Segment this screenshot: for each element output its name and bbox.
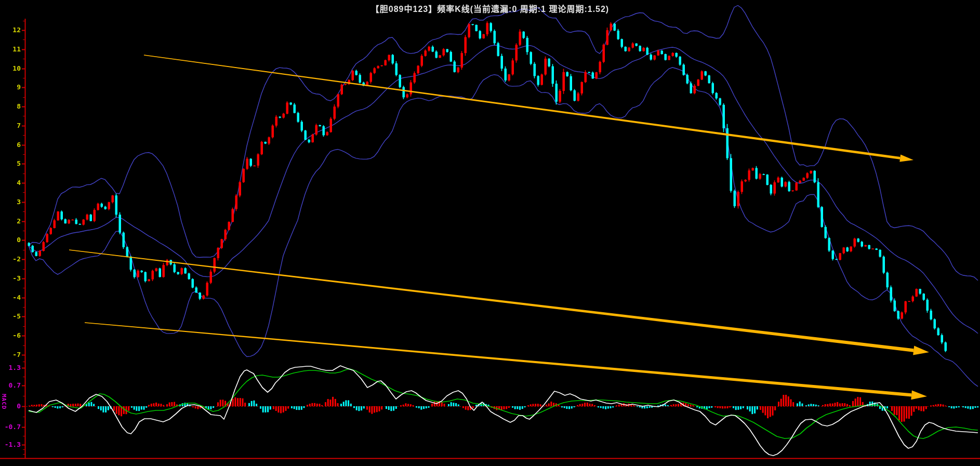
main-y-axis-label: 2 [0, 218, 21, 225]
main-y-axis-label: -5 [0, 313, 21, 320]
main-y-axis-label: 7 [0, 122, 21, 129]
macd-y-axis-label: -0.7 [0, 423, 21, 431]
kline-chart-window: 【胆089中123】频率K线(当前遗漏:0 周期:1 理论周期:1.52) 12… [0, 0, 980, 466]
main-y-axis-label: -2 [0, 256, 21, 263]
main-y-axis-label: 8 [0, 103, 21, 110]
main-y-axis-label: -4 [0, 294, 21, 301]
main-y-axis-label: 0 [0, 236, 21, 244]
main-y-axis-label: 6 [0, 141, 21, 149]
main-y-axis-label: 10 [0, 65, 21, 72]
main-y-axis-label: 12 [0, 26, 21, 34]
main-y-axis-label: 9 [0, 84, 21, 91]
title-bar: 【胆089中123】频率K线(当前遗漏:0 周期:1 理论周期:1.52) [0, 0, 980, 14]
chart-title: 【胆089中123】频率K线(当前遗漏:0 周期:1 理论周期:1.52) [371, 2, 609, 15]
main-y-axis-label: -3 [0, 275, 21, 282]
macd-y-axis-label: -1.3 [0, 441, 21, 448]
main-y-axis-label: 11 [0, 46, 21, 53]
macd-indicator-label: MACD [1, 394, 7, 410]
macd-y-axis-label: 0.7 [0, 382, 21, 389]
macd-y-axis-label: 1.3 [0, 364, 21, 371]
main-y-axis-label: 4 [0, 179, 21, 187]
main-y-axis-label: -6 [0, 332, 21, 339]
main-y-axis-label: -7 [0, 351, 21, 358]
main-y-axis-label: 3 [0, 198, 21, 206]
main-y-axis-label: 5 [0, 160, 21, 167]
kline-chart-canvas[interactable] [0, 0, 980, 466]
